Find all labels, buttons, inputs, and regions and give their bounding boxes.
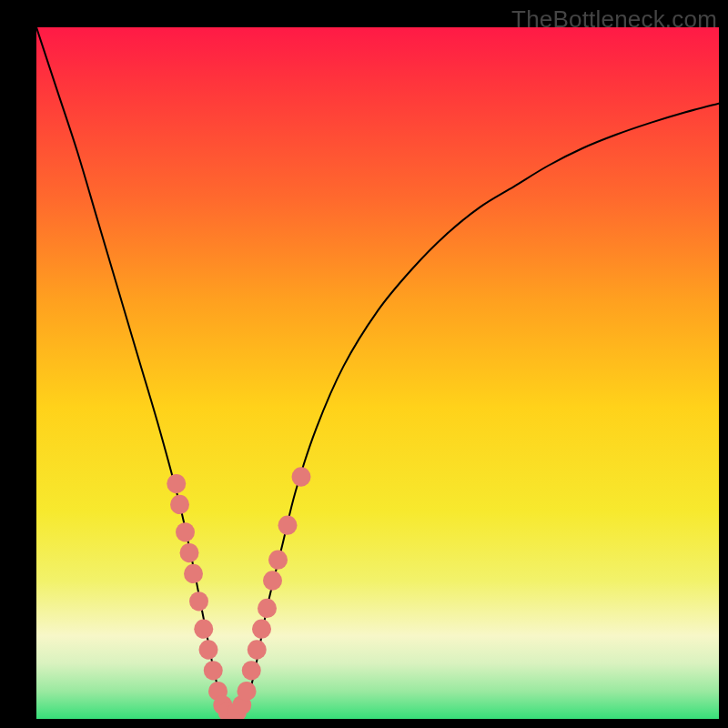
plot-area [36, 27, 719, 719]
dot [248, 640, 267, 659]
dot [242, 661, 261, 680]
dot [176, 522, 195, 541]
near-optimal-dots [167, 467, 310, 719]
dot [167, 474, 186, 493]
dot [263, 571, 282, 590]
dot [180, 543, 199, 562]
dot [278, 516, 297, 535]
dot [199, 640, 218, 659]
dot [238, 682, 257, 701]
dot [258, 599, 277, 618]
dot [184, 564, 203, 583]
chart-frame: TheBottleneck.com [0, 0, 728, 728]
dot [194, 620, 213, 639]
watermark-text: TheBottleneck.com [511, 5, 717, 34]
chart-svg [36, 27, 719, 719]
dot [204, 661, 223, 680]
dot [189, 592, 208, 611]
dot [170, 495, 189, 514]
dot [291, 467, 310, 486]
bottleneck-curve [36, 27, 719, 715]
dot [252, 620, 271, 639]
dot [268, 551, 288, 570]
